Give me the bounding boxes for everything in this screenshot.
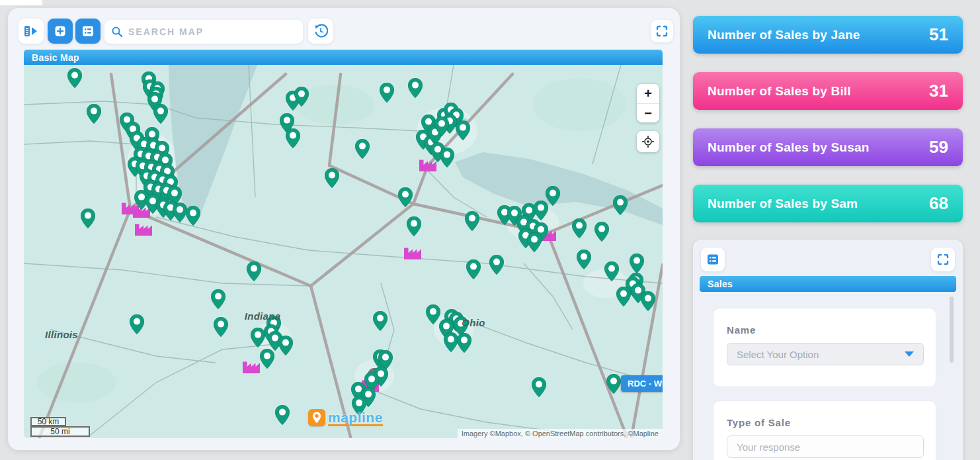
stat-card[interactable]: Number of Sales by Susan59 [693,128,963,166]
map-pin[interactable] [616,287,631,306]
map-pin[interactable] [247,261,261,281]
form-title-bar[interactable]: Sales [700,276,956,292]
map-pin[interactable] [153,104,168,124]
map-pin[interactable] [380,83,394,103]
map-pin[interactable] [613,195,628,215]
pin-icon [355,139,370,159]
field-label: Type of Sale [727,417,791,428]
territory-callout[interactable]: RDC - WIL [621,375,663,392]
map-pin[interactable] [434,116,449,136]
map-pin[interactable] [286,128,300,148]
map-pin[interactable] [466,259,481,279]
map-pin[interactable] [294,87,309,107]
list-icon [706,253,719,266]
map-pin[interactable] [532,377,546,397]
map-fullscreen-button[interactable] [651,20,673,42]
map-pin[interactable] [214,317,228,337]
factory-icon [243,357,260,373]
map-pin[interactable] [130,314,144,334]
form-field-card: Type of Sale [713,400,936,460]
stat-card[interactable]: Number of Sales by Jane51 [693,16,963,54]
locate-button[interactable] [637,131,659,152]
zoom-in-button[interactable]: + [637,84,659,103]
map-pin[interactable] [355,139,370,159]
pin-icon [153,104,168,124]
map-pin[interactable] [81,208,95,228]
map-pin[interactable] [211,289,225,309]
fullscreen-icon [937,253,949,265]
add-button[interactable] [48,19,73,44]
map-pin[interactable] [173,203,187,222]
map-pin[interactable] [641,291,655,311]
pin-icon [247,261,261,281]
pin-icon [87,104,101,124]
stat-card-label: Number of Sales by Sam [708,197,858,211]
map-pin[interactable] [275,405,290,425]
map-pin[interactable] [325,168,339,188]
pin-icon [275,405,290,425]
form-list-button[interactable] [701,248,725,271]
pin-icon [373,311,388,331]
map-pin[interactable] [398,187,413,207]
map-pin[interactable] [489,255,504,275]
form-scrollbar[interactable] [950,297,954,363]
legend-toggle-button[interactable] [19,19,44,44]
map-pin[interactable] [606,374,621,394]
fullscreen-icon [656,25,668,37]
map-pin[interactable] [407,216,421,236]
sales-form-panel: Sales NameSelect Your OptionType of Sale [693,240,963,460]
history-button[interactable] [308,19,333,44]
response-input[interactable] [727,436,924,458]
pin-icon [325,168,339,188]
form-fullscreen-button[interactable] [931,248,955,271]
pin-icon [604,261,619,281]
map-pin[interactable] [260,349,274,369]
map-pin[interactable] [594,222,609,242]
stat-card[interactable]: Number of Sales by Sam68 [693,185,963,222]
scale-bar-mi: 50 mi [30,426,90,437]
map-pin[interactable] [373,311,388,331]
map-canvas[interactable]: IllinoisIndianaOhio RDC - WIL + − 50 km … [24,65,663,438]
select-placeholder: Select Your Option [737,349,819,360]
factory-icon [135,220,152,236]
map-pin[interactable] [457,333,471,353]
stat-card[interactable]: Number of Sales by Bill31 [693,72,963,110]
stat-card-value: 59 [929,137,948,158]
factory-marker[interactable] [243,357,260,373]
map-pin[interactable] [87,104,101,124]
map-pin[interactable] [186,206,200,226]
stat-card-label: Number of Sales by Bill [708,84,851,99]
pin-icon [466,259,481,279]
pin-icon [278,336,293,355]
factory-marker[interactable] [404,244,421,259]
map-pin[interactable] [604,261,619,281]
zoom-out-button[interactable]: − [637,104,659,123]
map-pin[interactable] [444,332,458,352]
layers-list-button[interactable] [75,19,101,44]
map-pin[interactable] [251,328,265,347]
map-pin[interactable] [426,304,440,324]
map-pin[interactable] [572,218,587,238]
search-input[interactable] [128,26,296,37]
factory-marker[interactable] [135,220,152,236]
stat-card-label: Number of Sales by Susan [708,140,869,155]
map-pin[interactable] [577,250,591,269]
select-dropdown[interactable]: Select Your Option [727,343,924,365]
map-pin[interactable] [527,232,542,252]
pin-icon [572,218,587,238]
map-pin[interactable] [456,120,470,140]
map-pin[interactable] [440,148,454,167]
map-pin[interactable] [630,253,644,273]
map-attribution: Imagery ©Mapbox, © OpenStreetMap contrib… [458,429,663,438]
state-label: Indiana [245,310,281,322]
map-pin[interactable] [465,211,479,231]
map-title-bar[interactable]: Basic Map [24,50,663,65]
map-pin[interactable] [408,78,423,98]
map-pin[interactable] [546,186,560,206]
map-pin[interactable] [67,68,82,88]
pin-icon [594,222,609,242]
pin-icon [81,208,95,228]
map-pin[interactable] [278,336,293,355]
pin-icon [67,68,82,88]
mapline-logo[interactable]: mapline [308,409,383,426]
